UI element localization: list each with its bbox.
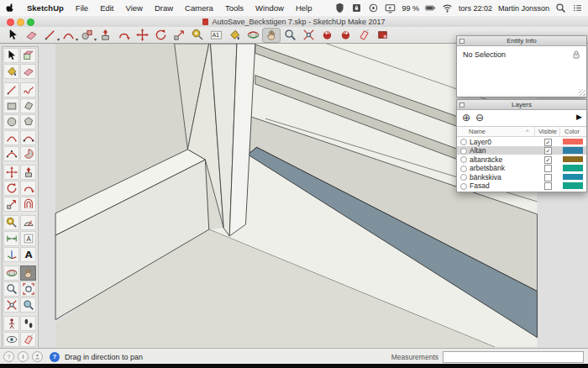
battery-icon[interactable]	[425, 3, 436, 13]
palette-pie-tool[interactable]	[20, 146, 36, 161]
move-tool-button[interactable]	[133, 28, 151, 43]
screen-lock-icon[interactable]	[351, 3, 362, 13]
layer-visible-checkbox[interactable]: ✓	[544, 165, 552, 172]
column-header-color[interactable]: Color	[564, 128, 580, 135]
rotate-tool-button[interactable]	[151, 28, 170, 43]
notification-center-icon[interactable]	[572, 3, 583, 13]
palette-three-point-arc-tool[interactable]	[3, 146, 19, 161]
palette-select-tool[interactable]	[3, 48, 19, 63]
layer-color-swatch[interactable]	[563, 165, 583, 171]
palette-arc-tool[interactable]	[3, 130, 19, 145]
layer-color-swatch[interactable]	[563, 156, 583, 163]
layer-color-swatch[interactable]	[563, 147, 583, 154]
previous-view-button[interactable]	[318, 28, 336, 43]
remove-layer-button[interactable]: ⊖	[475, 111, 484, 124]
menu-edit[interactable]: Edit	[94, 3, 119, 13]
wifi-icon[interactable]	[442, 3, 453, 13]
column-header-visible[interactable]: Visible	[538, 128, 557, 135]
palette-look-around-tool[interactable]	[3, 332, 19, 347]
palette-paint-bucket-tool[interactable]	[3, 64, 19, 79]
current-layer-radio[interactable]	[460, 174, 467, 181]
palette-scale-tool[interactable]	[3, 197, 19, 212]
menu-file[interactable]: File	[70, 3, 94, 13]
section-display-button[interactable]	[373, 28, 391, 43]
layer-visible-checkbox[interactable]: ✓	[544, 139, 552, 146]
layer-color-swatch[interactable]	[563, 174, 583, 181]
menu-window[interactable]: Window	[249, 3, 290, 13]
layer-row[interactable]: altanräcke ✓	[457, 155, 586, 164]
palette-pan-tool[interactable]	[20, 265, 36, 281]
zoom-tool-button[interactable]	[281, 28, 299, 43]
menu-user[interactable]: Martin Jonsson	[498, 4, 549, 13]
eraser-tool-button[interactable]	[22, 28, 40, 43]
zoom-extents-button[interactable]	[299, 28, 318, 43]
next-view-button[interactable]	[336, 28, 354, 43]
palette-line-tool[interactable]	[3, 82, 19, 97]
current-layer-radio[interactable]	[460, 166, 467, 172]
paint-bucket-tool-button[interactable]	[225, 28, 244, 43]
sync-status-icon[interactable]	[368, 3, 379, 13]
palette-protractor-tool[interactable]	[20, 215, 36, 230]
palette-position-camera-tool[interactable]	[3, 316, 19, 331]
geolocation-button[interactable]: ?	[3, 351, 14, 362]
current-layer-radio[interactable]	[460, 183, 467, 190]
current-layer-radio[interactable]	[460, 139, 467, 145]
menu-clock[interactable]: tors 22:02	[459, 4, 492, 13]
palette-rectangle-tool[interactable]	[3, 98, 19, 113]
tape-measure-tool-button[interactable]	[188, 28, 207, 43]
push-pull-tool-button[interactable]	[96, 28, 114, 43]
palette-move-tool[interactable]	[3, 165, 19, 180]
sign-in-button[interactable]	[32, 351, 43, 362]
antivirus-status-icon[interactable]	[334, 3, 345, 13]
apple-menu[interactable]	[0, 3, 21, 14]
entity-info-close-button[interactable]	[459, 39, 465, 44]
menu-help[interactable]: Help	[290, 3, 318, 13]
palette-tape-measure-tool[interactable]	[3, 215, 19, 230]
palette-section-plane-tool[interactable]	[20, 332, 36, 347]
current-layer-radio[interactable]	[460, 148, 467, 155]
palette-follow-me-tool[interactable]	[20, 181, 36, 196]
line-tool-button[interactable]: ▾	[40, 28, 59, 43]
palette-rotate-tool[interactable]	[3, 181, 19, 196]
palette-dimension-tool[interactable]	[3, 231, 19, 246]
layer-row[interactable]: bänkskiva ✓	[457, 172, 586, 181]
layer-row[interactable]: Layer0 ✓	[457, 137, 586, 146]
palette-offset-tool[interactable]	[20, 197, 36, 212]
menu-tools[interactable]: Tools	[219, 3, 249, 13]
palette-zoom-tool[interactable]	[3, 281, 19, 297]
palette-zoom-extents-tool[interactable]	[3, 297, 19, 313]
menu-view[interactable]: View	[120, 3, 149, 13]
palette-freehand-tool[interactable]	[20, 82, 36, 97]
arc-tool-button[interactable]: ▾	[59, 28, 77, 43]
entity-info-resize-grip[interactable]	[579, 89, 585, 96]
palette-text-tool[interactable]	[20, 231, 36, 246]
section-plane-button[interactable]	[354, 28, 373, 43]
shapes-tool-button[interactable]: ▾	[77, 28, 96, 43]
layer-color-swatch[interactable]	[563, 139, 583, 145]
layer-row[interactable]: arbetsbänk ✓	[457, 164, 586, 173]
layer-row[interactable]: Fasad ✓	[457, 181, 586, 191]
measurements-input[interactable]	[443, 351, 584, 363]
palette-axes-tool[interactable]	[3, 247, 19, 262]
layer-visible-checkbox[interactable]: ✓	[544, 156, 552, 164]
layer-row[interactable]: Altan ✓	[457, 146, 586, 155]
layer-visible-checkbox[interactable]: ✓	[544, 182, 552, 190]
orbit-tool-button[interactable]	[244, 28, 262, 43]
help-button[interactable]: ?	[50, 352, 60, 362]
layer-color-swatch[interactable]	[563, 182, 583, 189]
text-tool-button[interactable]	[207, 28, 225, 43]
menu-camera[interactable]: Camera	[179, 3, 219, 13]
palette-zoom-window-tool[interactable]	[20, 281, 36, 297]
select-tool-button[interactable]	[3, 28, 22, 43]
menu-sketchup[interactable]: SketchUp	[21, 3, 70, 13]
layers-detail-menu-button[interactable]: ▶	[576, 113, 582, 121]
pan-tool-button[interactable]	[262, 28, 281, 43]
palette-3d-text-tool[interactable]	[20, 247, 36, 262]
scale-tool-button[interactable]	[170, 28, 188, 43]
palette-make-component-tool[interactable]	[20, 48, 36, 63]
palette-walk-tool[interactable]	[20, 316, 36, 331]
add-layer-button[interactable]: ⊕	[462, 111, 470, 124]
palette-circle-tool[interactable]	[3, 114, 19, 129]
lock-icon[interactable]	[571, 50, 581, 60]
palette-polygon-tool[interactable]	[20, 114, 36, 129]
